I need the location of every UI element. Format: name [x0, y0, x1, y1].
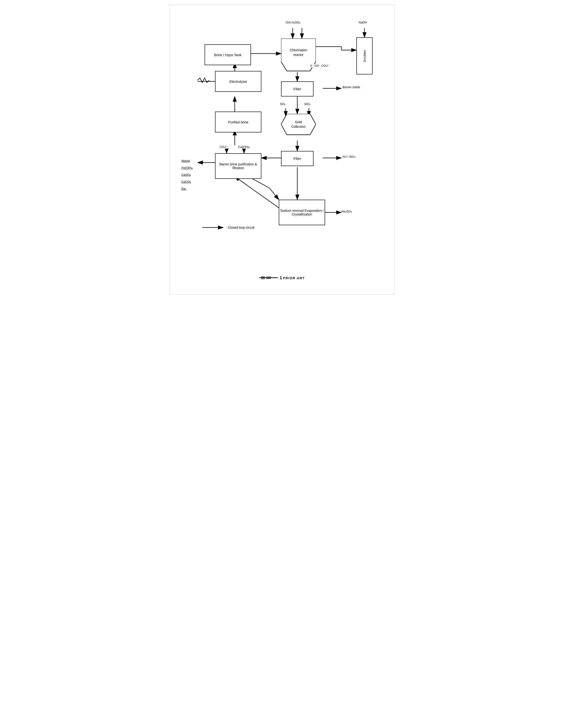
svg-text:Collection: Collection — [291, 125, 305, 128]
svg-line-28 — [235, 176, 279, 208]
svg-text:Gold: Gold — [295, 120, 302, 124]
scrubber-label: Scrubber — [363, 50, 366, 62]
svg-text:Chlorination: Chlorination — [290, 48, 307, 52]
so2-label: SO₂ — [280, 102, 285, 106]
brine-hypo-tank-label: Brine / Hypo Tank — [214, 53, 242, 57]
barren-brine-box: Barren brine purification & filtration — [215, 153, 262, 179]
scrubber-box: Scrubber — [356, 37, 372, 74]
naoh-label: NaOH — [359, 21, 367, 24]
svg-rect-40 — [266, 277, 271, 277]
svg-rect-41 — [266, 278, 271, 279]
filter2-label: Filter — [293, 157, 301, 160]
electrolysis-box: Electrolysis — [215, 71, 262, 92]
ca-oh2-label: Ca(OH)₂ — [238, 145, 250, 149]
co3-label: CO₃²⁻ — [220, 145, 228, 149]
chlorination-reactor: Chlorination reactor — [281, 38, 316, 77]
page-container: Brine / Hypo Tank Chlorination reactor S… — [170, 5, 394, 295]
purified-brine-label: Purified brine — [228, 120, 249, 124]
svg-rect-38 — [262, 276, 263, 279]
diagram: Brine / Hypo Tank Chlorination reactor S… — [179, 14, 385, 283]
filter2-box: Filter — [281, 151, 313, 166]
footer-symbol: 1 PRIOR ART — [259, 275, 305, 281]
closed-loop-label: Closed loop circuit — [228, 226, 254, 229]
svg-text:reactor: reactor — [293, 53, 303, 57]
x-ox-co3-label: X⁻ OX⁻ CO₃²⁻ — [310, 64, 330, 67]
purified-brine-box: Purified brine — [215, 112, 262, 132]
gold-collection: Gold Collection — [281, 114, 316, 144]
svg-rect-39 — [264, 276, 265, 279]
barren-solids-label: Barren solids — [342, 85, 360, 89]
electrolysis-label: Electrolysis — [230, 80, 247, 83]
na2so4-label: Na₂SO₄ — [341, 210, 352, 213]
au-sio2-label: AU / SiO₂ — [342, 155, 355, 158]
filter1-box: Filter — [281, 81, 313, 96]
brine-hypo-tank-box: Brine / Hypo Tank — [205, 44, 251, 65]
filter1-label: Filter — [293, 87, 301, 91]
footer: 1 PRIOR ART — [179, 275, 385, 281]
svg-marker-34 — [281, 114, 316, 135]
ore-h2so4-label: Ore H₂SO₄ — [286, 21, 300, 24]
sodium-removal-box: Sodium removal Evaporation / Crystallisa… — [279, 200, 325, 225]
sio2-label: SiO₂ — [304, 102, 310, 106]
waste-label: Waste Fe(OH)₃ CaSO₄ CaCO₃ Etc. — [182, 156, 193, 194]
svg-line-26 — [270, 188, 279, 200]
barren-brine-label: Barren brine purification & filtration — [216, 162, 261, 170]
sodium-removal-label: Sodium removal Evaporation / Crystallisa… — [279, 209, 324, 216]
